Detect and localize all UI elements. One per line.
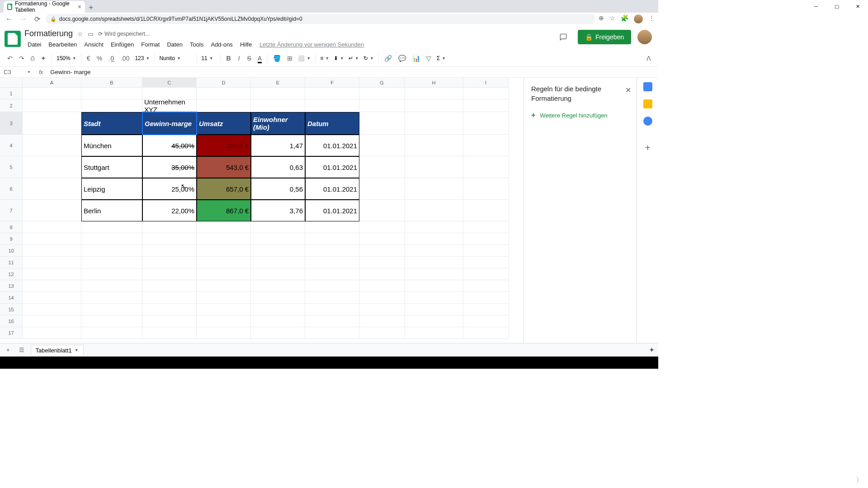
cell[interactable] [81,268,142,280]
cell[interactable] [359,315,405,327]
link-button[interactable]: 🔗 [382,53,395,64]
reload-button[interactable]: ⟳ [33,15,42,23]
cell[interactable]: 657,0 € [197,178,251,200]
row-header[interactable]: 13 [0,280,23,292]
increase-decimal-button[interactable]: .00 [118,53,132,64]
account-avatar[interactable] [637,30,652,44]
cell[interactable] [23,280,81,292]
row-header[interactable]: 4 [0,135,23,156]
cell[interactable] [359,88,405,99]
cell[interactable] [251,88,305,99]
cell[interactable] [405,245,463,257]
cell[interactable] [197,245,251,257]
cell[interactable] [463,99,509,112]
text-color-button[interactable]: A [255,53,264,64]
cell[interactable] [359,221,405,233]
cell[interactable] [405,315,463,327]
cell[interactable]: 867,0 € [197,200,251,221]
cell[interactable] [142,268,197,280]
cell[interactable]: 0,56 [251,178,305,200]
cell[interactable] [463,268,509,280]
cell[interactable] [305,304,359,315]
column-header[interactable]: F [305,78,359,88]
cell[interactable] [463,233,509,245]
cell[interactable] [359,257,405,268]
italic-button[interactable]: I [235,53,244,64]
tab-close-icon[interactable]: × [78,3,81,10]
menu-view[interactable]: Ansicht [81,40,107,49]
cell[interactable] [142,304,197,315]
cell[interactable] [405,99,463,112]
cell[interactable] [305,292,359,304]
cell[interactable] [142,280,197,292]
cell[interactable] [405,233,463,245]
cell[interactable] [197,304,251,315]
cell[interactable] [463,257,509,268]
cell[interactable] [23,327,81,339]
functions-button[interactable]: Σ▼ [435,54,448,62]
cell[interactable] [359,327,405,339]
row-header[interactable]: 1 [0,88,23,99]
menu-data[interactable]: Daten [164,40,186,49]
cell[interactable] [23,200,81,221]
row-header[interactable]: 6 [0,178,23,200]
cell[interactable] [142,257,197,268]
cell[interactable] [405,156,463,178]
comments-button[interactable] [555,29,571,45]
cell[interactable] [197,99,251,112]
cell[interactable] [81,99,142,112]
cell[interactable] [81,280,142,292]
formula-input[interactable]: Gewinn- marge [47,69,658,75]
cell[interactable] [305,315,359,327]
filter-button[interactable]: ▽ [424,53,434,64]
cell[interactable] [463,292,509,304]
cell[interactable] [23,112,81,135]
cell[interactable] [405,112,463,135]
sheet-tab[interactable]: Tabellenblatt1 ▼ [31,345,84,356]
column-header[interactable]: E [251,78,305,88]
cell[interactable] [81,88,142,99]
cell[interactable] [463,135,509,156]
last-edit-link[interactable]: Letzte Änderung vor wenigen Sekunden [259,41,364,48]
add-sheet-button[interactable]: + [4,346,13,354]
cell[interactable] [251,304,305,315]
row-header[interactable]: 7 [0,200,23,221]
wrap-button[interactable]: ↵▼ [347,54,361,62]
share-button[interactable]: 🔒 Freigeben [578,30,631,44]
cell[interactable] [142,233,197,245]
number-format-select[interactable]: 123▼ [133,54,151,62]
add-rule-button[interactable]: + Weitere Regel hinzufügen [531,111,629,119]
cell[interactable] [405,292,463,304]
cell[interactable] [463,304,509,315]
tasks-sidepanel-icon[interactable] [643,117,652,126]
cell[interactable] [23,292,81,304]
row-header[interactable]: 2 [0,99,23,112]
cell[interactable]: 45,00% [142,135,197,156]
menu-addons[interactable]: Add-ons [208,40,236,49]
all-sheets-button[interactable]: ☰ [16,346,27,354]
cell[interactable] [23,88,81,99]
menu-edit[interactable]: Bearbeiten [45,40,80,49]
row-header[interactable]: 15 [0,304,23,315]
cell[interactable] [81,315,142,327]
cell[interactable] [142,245,197,257]
profile-avatar[interactable] [634,14,643,23]
cell[interactable]: München [81,135,142,156]
cell[interactable] [359,268,405,280]
url-input[interactable]: 🔒 docs.google.com/spreadsheets/d/1L0CRXr… [46,14,595,24]
cell[interactable] [463,315,509,327]
document-title[interactable]: Formatierung [24,29,73,38]
cell[interactable] [251,268,305,280]
addons-sidepanel-icon[interactable]: + [645,143,651,153]
cell[interactable] [359,292,405,304]
menu-tools[interactable]: Tools [187,40,207,49]
cell[interactable] [23,245,81,257]
cell[interactable]: 1,47 [251,135,305,156]
cell[interactable] [405,268,463,280]
cell[interactable] [197,88,251,99]
menu-file[interactable]: Datei [24,40,44,49]
cell[interactable] [81,233,142,245]
valign-button[interactable]: ⬇▼ [332,54,346,62]
cell[interactable] [305,233,359,245]
halign-button[interactable]: ≡▼ [318,54,331,62]
